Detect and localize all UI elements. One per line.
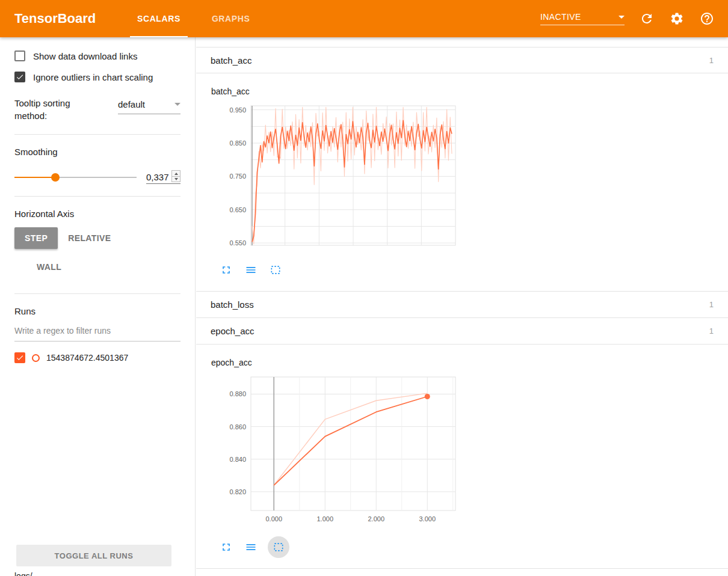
tooltip-sorting-row: Tooltip sorting method: default <box>14 97 180 122</box>
ignore-outliers-checkbox-row[interactable]: Ignore outliers in chart scaling <box>14 72 180 82</box>
horizontal-axis-buttons: STEP RELATIVE WALL <box>14 227 159 278</box>
checkbox-unchecked[interactable] <box>14 51 25 61</box>
settings-button[interactable] <box>669 11 685 26</box>
tooltip-sorting-dropdown[interactable]: default <box>118 99 180 114</box>
triangle-up-icon <box>174 173 178 175</box>
fit-domain-icon <box>270 264 282 276</box>
fit-domain-icon <box>273 541 285 553</box>
chevron-down-icon <box>174 103 180 106</box>
header-actions: INACTIVE <box>540 11 715 26</box>
smoothing-controls <box>14 170 180 184</box>
smoothing-input[interactable] <box>146 172 171 182</box>
toggle-y-axis-button[interactable] <box>243 262 259 278</box>
card-header-batch-acc[interactable]: batch_acc 1 <box>196 47 728 73</box>
smoothing-slider[interactable] <box>14 177 137 178</box>
tab-graphs[interactable]: GRAPHS <box>196 0 266 37</box>
slider-thumb[interactable] <box>51 173 60 182</box>
card-count: 1 <box>709 56 714 65</box>
divider <box>14 293 180 294</box>
toggle-y-axis-button[interactable] <box>243 539 259 555</box>
tooltip-sorting-value: default <box>118 99 145 109</box>
app-title: TensorBoard <box>14 11 122 26</box>
svg-text:0.950: 0.950 <box>229 106 246 114</box>
run-list-item[interactable]: 1543874672.4501367 <box>14 352 180 363</box>
svg-text:0.820: 0.820 <box>229 488 246 495</box>
smoothing-label: Smoothing <box>14 147 180 157</box>
axis-button-wall[interactable]: WALL <box>26 256 72 278</box>
axis-button-step[interactable]: STEP <box>14 227 58 249</box>
epoch-acc-chart[interactable]: 0.8200.8400.8600.8800.0001.0002.0003.000 <box>211 373 464 529</box>
chart-card-batch-acc: batch_acc 0.5500.6500.7500.8500.950 <box>196 73 728 292</box>
smoothing-value-box <box>146 170 180 184</box>
number-spinner <box>171 170 180 182</box>
expand-chart-icon <box>220 264 232 276</box>
run-name: 1543874672.4501367 <box>46 353 128 363</box>
tensorboard-app: TensorBoard SCALARS GRAPHS INACTIVE <box>0 0 728 576</box>
gear-icon <box>670 11 684 26</box>
fit-domain-button[interactable] <box>268 262 283 278</box>
card-count: 1 <box>709 326 714 335</box>
show-download-links-checkbox-row[interactable]: Show data download links <box>14 51 180 61</box>
check-icon <box>16 354 24 362</box>
run-color-isolator-icon[interactable] <box>32 354 40 362</box>
tooltip-sorting-label: Tooltip sorting method: <box>14 97 93 122</box>
batch-acc-chart[interactable]: 0.5500.6500.7500.8500.950 <box>211 102 464 251</box>
main-tabs: SCALARS GRAPHS <box>122 0 265 37</box>
card-title: batch_acc <box>211 55 251 66</box>
runs-label: Runs <box>14 306 180 316</box>
svg-text:0.860: 0.860 <box>229 423 246 430</box>
spacer <box>196 37 728 47</box>
card-title: epoch_acc <box>211 326 254 336</box>
slider-fill <box>14 177 55 178</box>
checkbox-label: Show data download links <box>33 51 137 61</box>
card-header-epoch-acc[interactable]: epoch_acc 1 <box>196 318 728 345</box>
svg-text:0.840: 0.840 <box>229 456 246 463</box>
toggle-y-axis-icon <box>245 541 257 553</box>
svg-text:0.750: 0.750 <box>229 173 246 180</box>
chevron-down-icon <box>618 16 625 19</box>
chart-toolbar <box>218 259 728 281</box>
svg-text:0.650: 0.650 <box>229 206 246 213</box>
card-header-epoch-loss[interactable]: epoch_loss <box>196 569 728 576</box>
app-header: TensorBoard SCALARS GRAPHS INACTIVE <box>0 0 728 37</box>
spinner-up-button[interactable] <box>172 171 180 176</box>
refresh-button[interactable] <box>639 11 655 26</box>
svg-text:0.550: 0.550 <box>229 239 246 247</box>
svg-text:0.880: 0.880 <box>229 390 246 397</box>
toggle-all-runs-button[interactable]: TOGGLE ALL RUNS <box>16 545 171 566</box>
toggle-y-axis-icon <box>245 264 257 276</box>
help-button[interactable] <box>699 11 715 26</box>
svg-text:2.000: 2.000 <box>368 515 384 522</box>
run-filter-input[interactable] <box>14 321 180 342</box>
chart-title: batch_acc <box>211 87 728 99</box>
scalars-dashboard: batch_acc 1 batch_acc 0.5500.6500.7500.8… <box>196 37 728 576</box>
settings-sidebar: Show data download links Ignore outliers… <box>0 37 196 576</box>
svg-text:1.000: 1.000 <box>316 515 333 522</box>
svg-text:0.850: 0.850 <box>229 139 246 147</box>
data-status-dropdown[interactable]: INACTIVE <box>540 12 625 25</box>
horizontal-axis-label: Horizontal Axis <box>14 209 180 219</box>
fit-domain-button-active[interactable] <box>268 536 289 558</box>
axis-button-relative[interactable]: RELATIVE <box>58 227 121 249</box>
check-icon <box>16 73 24 81</box>
triangle-down-icon <box>174 178 178 180</box>
checkbox-label: Ignore outliers in chart scaling <box>33 72 153 82</box>
spinner-down-button[interactable] <box>172 176 180 182</box>
svg-text:3.000: 3.000 <box>419 515 436 522</box>
divider <box>14 134 180 135</box>
expand-chart-icon <box>220 541 232 553</box>
run-checkbox[interactable] <box>14 352 25 363</box>
runs-directory-label: logs/ <box>14 571 32 576</box>
card-title: batch_loss <box>211 299 254 310</box>
help-icon <box>700 11 714 26</box>
chart-title: epoch_acc <box>211 358 728 370</box>
expand-chart-button[interactable] <box>218 539 234 555</box>
card-header-batch-loss[interactable]: batch_loss 1 <box>196 292 728 318</box>
chart-card-epoch-acc: epoch_acc 0.8200.8400.8600.8800.0001.000… <box>196 345 728 569</box>
chart-toolbar <box>218 536 728 559</box>
expand-chart-button[interactable] <box>218 262 234 278</box>
refresh-icon <box>640 11 654 26</box>
svg-text:0.000: 0.000 <box>265 515 282 522</box>
checkbox-checked[interactable] <box>14 72 25 82</box>
tab-scalars[interactable]: SCALARS <box>122 0 196 37</box>
